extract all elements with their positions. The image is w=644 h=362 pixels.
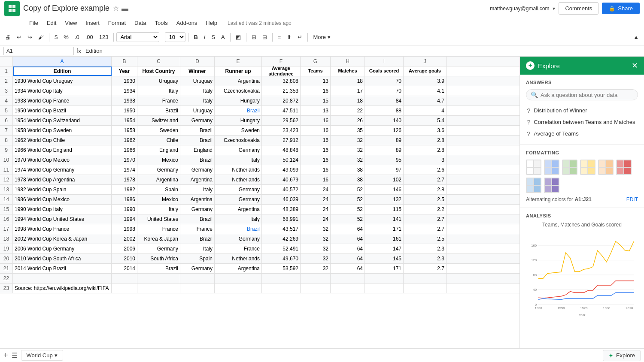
cell-B12[interactable]: 1978 xyxy=(112,175,137,184)
cell-I8[interactable]: 89 xyxy=(365,136,404,145)
cell-E10[interactable]: Italy xyxy=(215,155,262,165)
cell-H6[interactable]: 26 xyxy=(331,116,365,125)
cell-C23[interactable] xyxy=(137,284,180,293)
cell-A14[interactable]: 1986 World Cup Mexico xyxy=(13,195,112,204)
cell-J11[interactable]: 2.6 xyxy=(404,165,447,175)
cell-B18[interactable]: 2002 xyxy=(112,234,137,244)
cell-G16[interactable]: 24 xyxy=(301,214,331,224)
cell-B5[interactable]: 1950 xyxy=(112,106,137,115)
cell-reference-input[interactable] xyxy=(3,47,74,55)
col-header-G[interactable]: G xyxy=(301,57,331,66)
cell-J2[interactable]: 3.9 xyxy=(404,76,447,86)
cell-C15[interactable]: Italy xyxy=(137,205,180,214)
share-button[interactable]: 🔒 Share xyxy=(602,3,640,14)
cell-J17[interactable]: 2.7 xyxy=(404,224,447,234)
undo-button[interactable]: ↩ xyxy=(14,32,24,42)
format-percent-button[interactable]: % xyxy=(61,32,71,42)
cell-C6[interactable]: Switzerland xyxy=(137,116,180,125)
cell-D18[interactable]: Brazil xyxy=(180,234,215,244)
cell-J9[interactable]: 2.8 xyxy=(404,145,447,155)
row-number[interactable]: 21 xyxy=(0,264,13,273)
cell-D21[interactable]: Germany xyxy=(180,264,215,273)
cell-F18[interactable]: 42,269 xyxy=(262,234,301,244)
cell-I12[interactable]: 102 xyxy=(365,175,404,184)
row-number[interactable]: 16 xyxy=(0,214,13,224)
col-header-D[interactable]: D xyxy=(180,57,215,66)
cell-D9[interactable]: England xyxy=(180,145,215,155)
cell-B13[interactable]: 1982 xyxy=(112,185,137,194)
cell-F10[interactable]: 50,124 xyxy=(262,155,301,165)
text-color-button[interactable]: A xyxy=(219,32,228,42)
cell-J10[interactable]: 3 xyxy=(404,155,447,165)
format-swatch-6[interactable] xyxy=(526,178,541,193)
cell-F2[interactable]: 32,808 xyxy=(262,76,301,86)
star-icon[interactable]: ☆ xyxy=(113,4,119,12)
cell-F16[interactable]: 68,991 xyxy=(262,214,301,224)
cell-H17[interactable]: 64 xyxy=(331,224,365,234)
edit-link[interactable]: EDIT xyxy=(626,196,638,202)
format-decimal-up-button[interactable]: .00 xyxy=(83,32,96,42)
cell-G20[interactable]: 32 xyxy=(301,254,331,263)
menu-view[interactable]: View xyxy=(61,19,80,27)
cell-D12[interactable]: Argentina xyxy=(180,175,215,184)
cell-H5[interactable]: 22 xyxy=(331,106,365,115)
cell-A3[interactable]: 1934 World Cup Italy xyxy=(13,86,112,96)
cell-G5[interactable]: 13 xyxy=(301,106,331,115)
cell-E3[interactable]: Czechoslovakia xyxy=(215,86,262,96)
row-number[interactable]: 10 xyxy=(0,155,13,165)
cell-I18[interactable]: 161 xyxy=(365,234,404,244)
cell-A17[interactable]: 1998 World Cup France xyxy=(13,224,112,234)
cell-C14[interactable]: Mexico xyxy=(137,195,180,204)
cell-A2[interactable]: 1930 World Cup Uruguay xyxy=(13,76,112,86)
cell-B16[interactable]: 1994 xyxy=(112,214,137,224)
cell-J4[interactable]: 4.7 xyxy=(404,96,447,106)
cell-I11[interactable]: 97 xyxy=(365,165,404,175)
cell-E17[interactable]: Brazil xyxy=(215,224,262,234)
cell-A19[interactable]: 2006 World Cup Germany xyxy=(13,244,112,253)
collapse-toolbar-button[interactable]: ▲ xyxy=(631,32,641,42)
cell-D1[interactable]: Winner xyxy=(180,66,215,76)
cell-I16[interactable]: 141 xyxy=(365,214,404,224)
cell-A6[interactable]: 1954 World Cup Switzerland xyxy=(13,116,112,125)
cell-E13[interactable]: Germany xyxy=(215,185,262,194)
cell-F13[interactable]: 40,572 xyxy=(262,185,301,194)
cell-H12[interactable]: 38 xyxy=(331,175,365,184)
cell-B1[interactable]: Year xyxy=(112,66,137,76)
cell-I7[interactable]: 126 xyxy=(365,126,404,135)
cell-G23[interactable] xyxy=(301,284,331,293)
cell-H13[interactable]: 52 xyxy=(331,185,365,194)
cell-F5[interactable]: 47,511 xyxy=(262,106,301,115)
col-header-A[interactable]: A xyxy=(13,57,112,66)
cell-H21[interactable]: 64 xyxy=(331,264,365,273)
cell-C11[interactable]: Germany xyxy=(137,165,180,175)
cell-E4[interactable]: Hungary xyxy=(215,96,262,106)
spreadsheet[interactable]: ABCDEFGHIJ1EditionYearHost CountryWinner… xyxy=(0,57,519,348)
format-swatch-0[interactable] xyxy=(526,160,541,175)
cell-I2[interactable]: 70 xyxy=(365,76,404,86)
cell-F12[interactable]: 40,679 xyxy=(262,175,301,184)
cell-C1[interactable]: Host Country xyxy=(137,66,180,76)
cell-B8[interactable]: 1962 xyxy=(112,136,137,145)
cell-A10[interactable]: 1970 World Cup Mexico xyxy=(13,155,112,165)
cell-E18[interactable]: Germany xyxy=(215,234,262,244)
search-input[interactable] xyxy=(541,92,633,98)
row-number[interactable]: 12 xyxy=(0,175,13,184)
cell-J1[interactable]: Average goals xyxy=(404,66,447,76)
explore-close-button[interactable]: ✕ xyxy=(632,61,638,70)
cell-C19[interactable]: Germany xyxy=(137,244,180,253)
align-left-button[interactable]: ≡ xyxy=(275,32,284,42)
menu-insert[interactable]: Insert xyxy=(82,19,103,27)
cell-C2[interactable]: Uruguay xyxy=(137,76,180,86)
cell-I4[interactable]: 84 xyxy=(365,96,404,106)
row-number[interactable]: 23 xyxy=(0,284,13,293)
col-header-E[interactable]: E xyxy=(215,57,262,66)
cell-G7[interactable]: 16 xyxy=(301,126,331,135)
cell-G3[interactable]: 16 xyxy=(301,86,331,96)
cell-A12[interactable]: 1978 World Cup Argentina xyxy=(13,175,112,184)
cell-E23[interactable] xyxy=(215,284,262,293)
cell-C18[interactable]: Korea & Japan xyxy=(137,234,180,244)
cell-A21[interactable]: 2014 World Cup Brazil xyxy=(13,264,112,273)
cell-A20[interactable]: 2010 World Cup South Africa xyxy=(13,254,112,263)
row-number[interactable]: 19 xyxy=(0,244,13,253)
answer-item-correlation[interactable]: ? Correlation between Teams and Matches xyxy=(526,116,638,128)
